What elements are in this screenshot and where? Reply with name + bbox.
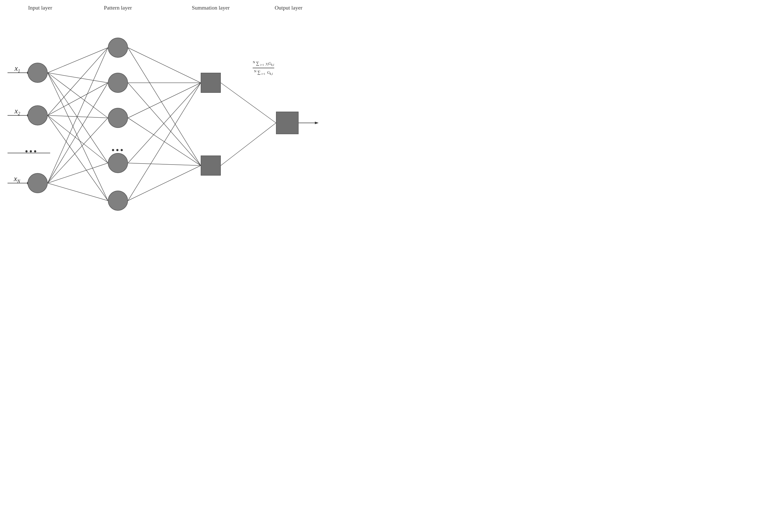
input-label-xn: xN [14, 174, 20, 184]
input-node-n [28, 173, 48, 193]
svg-line-21 [48, 183, 108, 201]
output-layer-label: Output layer [263, 5, 314, 11]
svg-line-26 [128, 83, 201, 118]
svg-line-31 [128, 166, 201, 201]
summation-node-1 [201, 73, 221, 93]
summation-node-2 [201, 156, 221, 176]
input-label-x1: x1 [15, 64, 20, 74]
svg-line-11 [48, 73, 108, 201]
summation-layer-label: Summation layer [183, 5, 238, 11]
svg-line-27 [128, 118, 201, 166]
svg-line-13 [48, 83, 108, 115]
svg-line-19 [48, 118, 108, 183]
pattern-node-1 [108, 38, 128, 58]
neural-network-diagram: Input layer Pattern layer Summation laye… [0, 0, 326, 226]
svg-line-7 [48, 48, 108, 73]
pattern-node-4 [108, 153, 128, 173]
output-formula: N ∑ i=1 yiGk,i N ∑ i=1 Gk,i [238, 60, 289, 76]
svg-line-28 [128, 83, 201, 163]
svg-line-15 [48, 115, 108, 163]
input-node-1 [28, 63, 48, 83]
output-node [276, 112, 299, 134]
input-node-2 [28, 105, 48, 125]
svg-line-10 [48, 73, 108, 163]
svg-marker-35 [315, 122, 319, 124]
svg-line-9 [48, 73, 108, 118]
svg-line-16 [48, 115, 108, 201]
pattern-node-3 [108, 108, 128, 128]
pattern-node-2 [108, 73, 128, 93]
input-layer-label: Input layer [15, 5, 65, 11]
pattern-node-5 [108, 191, 128, 211]
svg-line-8 [48, 73, 108, 83]
svg-line-29 [128, 163, 201, 166]
svg-line-20 [48, 163, 108, 183]
input-dots: ••• [25, 147, 38, 156]
svg-line-18 [48, 83, 108, 183]
svg-line-23 [128, 48, 201, 166]
input-label-x2: x2 [15, 107, 20, 116]
svg-line-32 [221, 83, 276, 123]
svg-line-30 [128, 83, 201, 201]
svg-line-22 [128, 48, 201, 83]
svg-line-12 [48, 48, 108, 115]
svg-line-17 [48, 48, 108, 183]
svg-line-33 [221, 123, 276, 166]
svg-line-25 [128, 83, 201, 166]
pattern-layer-label: Pattern layer [93, 5, 143, 11]
svg-line-14 [48, 115, 108, 118]
